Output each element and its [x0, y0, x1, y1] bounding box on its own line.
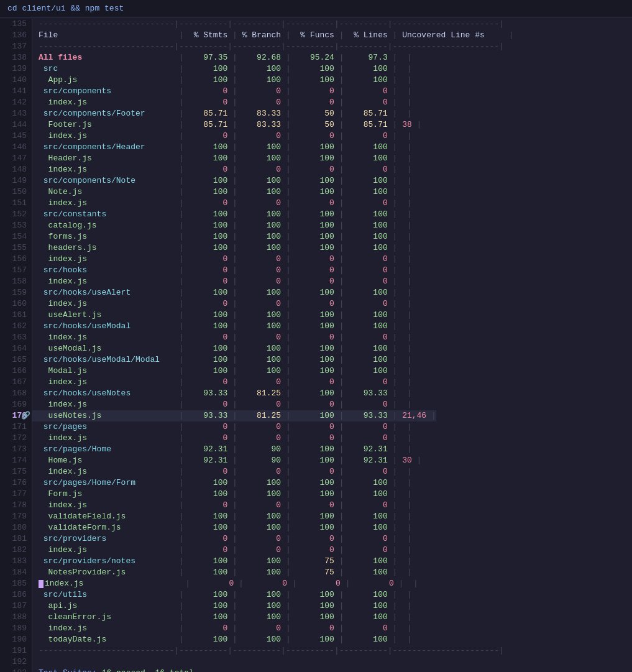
table-row: 162 src/hooks/useModal | 100 | 100 | 100… — [0, 321, 632, 332]
table-row: 158 index.js | 0 | 0 | 0 | 0 | | — [0, 276, 632, 287]
line-number: 145 — [0, 131, 32, 142]
line-number: 147 — [0, 153, 32, 164]
table-row: 180 validateForm.js | 100 | 100 | 100 | … — [0, 522, 632, 533]
table-row: 172 index.js | 0 | 0 | 0 | 0 | | — [0, 433, 632, 444]
line-content: api.js | 100 | 100 | 100 | 100 | | — [32, 601, 412, 612]
line-content: validateForm.js | 100 | 100 | 100 | 100 … — [32, 522, 412, 533]
table-row: 182 index.js | 0 | 0 | 0 | 0 | | — [0, 545, 632, 556]
line-content: ----------------------------|----------|… — [32, 19, 504, 30]
table-row: 170🔗 useNotes.js | 93.33 | 81.25 | 100 |… — [0, 410, 632, 421]
line-content: cleanError.js | 100 | 100 | 100 | 100 | … — [32, 612, 412, 623]
line-content: NotesProvider.js | 100 | 100 | 75 | 100 … — [32, 567, 412, 578]
line-number: 178 — [0, 500, 32, 511]
line-number: 135 — [0, 19, 32, 30]
table-row: 146 src/components/Header | 100 | 100 | … — [0, 142, 632, 153]
table-row: 141 src/components | 0 | 0 | 0 | 0 | | — [0, 86, 632, 97]
line-number: 154 — [0, 231, 32, 242]
table-row: 177 Form.js | 100 | 100 | 100 | 100 | | — [0, 489, 632, 500]
line-number: 151 — [0, 198, 32, 209]
line-content: src/components | 0 | 0 | 0 | 0 | | — [32, 86, 412, 97]
table-row: 135----------------------------|--------… — [0, 19, 632, 30]
table-row: 139 src | 100 | 100 | 100 | 100 | | — [0, 63, 632, 75]
line-content: index.js | 0 | 0 | 0 | 0 | | — [32, 198, 412, 209]
line-number: 167 — [0, 377, 32, 388]
line-content: headers.js | 100 | 100 | 100 | 100 | | — [32, 242, 412, 254]
table-row: 179 validateField.js | 100 | 100 | 100 |… — [0, 511, 632, 522]
line-content: src/pages/Home | 92.31 | 90 | 100 | 92.3… — [32, 444, 412, 455]
line-number: 150 — [0, 186, 32, 198]
line-content: index.js | 0 | 0 | 0 | 0 | | — [32, 164, 412, 175]
line-content: catalog.js | 100 | 100 | 100 | 100 | | — [32, 220, 412, 231]
line-number: 160 — [0, 298, 32, 310]
line-content: Note.js | 100 | 100 | 100 | 100 | | — [32, 186, 412, 198]
table-row: 153 catalog.js | 100 | 100 | 100 | 100 |… — [0, 220, 632, 231]
line-number: 179 — [0, 511, 32, 522]
table-row: 190 todayDate.js | 100 | 100 | 100 | 100… — [0, 634, 632, 645]
table-row: 155 headers.js | 100 | 100 | 100 | 100 |… — [0, 242, 632, 254]
line-number: 193 — [0, 668, 32, 672]
line-number: 190 — [0, 634, 32, 645]
line-number: 173 — [0, 444, 32, 455]
line-number: 183 — [0, 556, 32, 567]
table-row: 138All files | 97.35 | 92.68 | 95.24 | 9… — [0, 52, 632, 63]
line-content: index.js | 0 | 0 | 0 | 0 | | — [32, 276, 412, 287]
anchor-icon: 🔗 — [21, 410, 30, 421]
line-content: src/hooks/useAlert | 100 | 100 | 100 | 1… — [32, 287, 412, 298]
table-row: 164 useModal.js | 100 | 100 | 100 | 100 … — [0, 343, 632, 354]
line-content: index.js | 0 | 0 | 0 | 0 | | — [32, 578, 418, 589]
line-number: 146 — [0, 142, 32, 153]
command: cd client/ui && npm test — [7, 4, 625, 13]
line-content: src/pages | 0 | 0 | 0 | 0 | | — [32, 421, 412, 433]
line-number: 189 — [0, 623, 32, 634]
table-row: 149 src/components/Note | 100 | 100 | 10… — [0, 175, 632, 186]
line-content: src/components/Header | 100 | 100 | 100 … — [32, 142, 412, 153]
line-number: 158 — [0, 276, 32, 287]
table-row: 161 useAlert.js | 100 | 100 | 100 | 100 … — [0, 310, 632, 321]
line-content: src/hooks | 0 | 0 | 0 | 0 | | — [32, 265, 412, 276]
line-number: 188 — [0, 612, 32, 623]
line-content: src/hooks/useModal/Modal | 100 | 100 | 1… — [32, 354, 412, 366]
table-row: 175 index.js | 0 | 0 | 0 | 0 | | — [0, 466, 632, 477]
line-number: 159 — [0, 287, 32, 298]
line-content: src/providers/notes | 100 | 100 | 75 | 1… — [32, 556, 412, 567]
table-row: 174 Home.js | 92.31 | 90 | 100 | 92.31 |… — [0, 455, 632, 466]
table-row: 150 Note.js | 100 | 100 | 100 | 100 | | — [0, 186, 632, 198]
table-row: 163 index.js | 0 | 0 | 0 | 0 | | — [0, 332, 632, 343]
line-number: 143 — [0, 108, 32, 119]
line-content: Footer.js | 85.71 | 83.33 | 50 | 85.71 |… — [32, 119, 421, 131]
table-row: 173 src/pages/Home | 92.31 | 90 | 100 | … — [0, 444, 632, 455]
line-content: index.js | 0 | 0 | 0 | 0 | | — [32, 131, 412, 142]
content-area: 135----------------------------|--------… — [0, 17, 632, 672]
table-row: 156 index.js | 0 | 0 | 0 | 0 | | — [0, 254, 632, 265]
line-content: useAlert.js | 100 | 100 | 100 | 100 | | — [32, 310, 412, 321]
table-row: 154 forms.js | 100 | 100 | 100 | 100 | | — [0, 231, 632, 242]
line-content: src/utils | 100 | 100 | 100 | 100 | | — [32, 589, 412, 601]
line-content: src/components/Note | 100 | 100 | 100 | … — [32, 175, 412, 186]
line-content: index.js | 0 | 0 | 0 | 0 | | — [32, 332, 412, 343]
line-number: 164 — [0, 343, 32, 354]
line-content: index.js | 0 | 0 | 0 | 0 | | — [32, 254, 412, 265]
table-row: 157 src/hooks | 0 | 0 | 0 | 0 | | — [0, 265, 632, 276]
line-content: File | % Stmts | % Branch | % Funcs | % … — [32, 30, 514, 41]
line-content: index.js | 0 | 0 | 0 | 0 | | — [32, 298, 412, 310]
table-row: 181 src/providers | 0 | 0 | 0 | 0 | | — [0, 533, 632, 545]
line-content: index.js | 0 | 0 | 0 | 0 | | — [32, 377, 412, 388]
line-number: 186 — [0, 589, 32, 601]
line-number: 175 — [0, 466, 32, 477]
table-row: 144 Footer.js | 85.71 | 83.33 | 50 | 85.… — [0, 119, 632, 131]
line-number: 162 — [0, 321, 32, 332]
line-number: 141 — [0, 86, 32, 97]
table-row: 171 src/pages | 0 | 0 | 0 | 0 | | — [0, 421, 632, 433]
table-row: 147 Header.js | 100 | 100 | 100 | 100 | … — [0, 153, 632, 164]
line-content: src | 100 | 100 | 100 | 100 | | — [32, 63, 412, 75]
line-content: App.js | 100 | 100 | 100 | 100 | | — [32, 75, 412, 86]
line-content: src/components/Footer | 85.71 | 83.33 | … — [32, 108, 412, 119]
line-content: Test Suites: 16 passed, 16 total — [32, 668, 194, 672]
table-row: 140 App.js | 100 | 100 | 100 | 100 | | — [0, 75, 632, 86]
cd-command: cd client/ui && npm test — [7, 4, 124, 13]
table-row: 160 index.js | 0 | 0 | 0 | 0 | | — [0, 298, 632, 310]
line-number: 137 — [0, 41, 32, 52]
line-number: 172 — [0, 433, 32, 444]
table-row: 152 src/constants | 100 | 100 | 100 | 10… — [0, 209, 632, 220]
line-content: useModal.js | 100 | 100 | 100 | 100 | | — [32, 343, 412, 354]
